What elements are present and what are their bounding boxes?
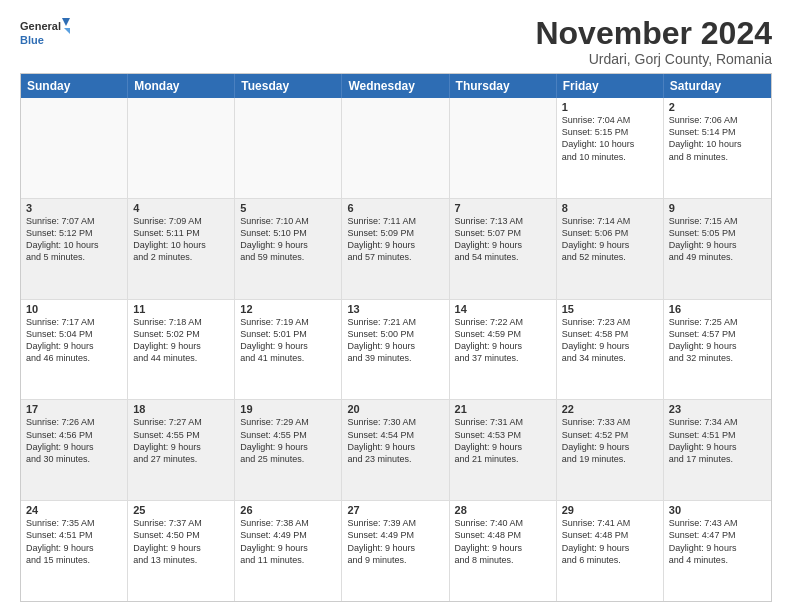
day-num-1-3: 6 [347, 202, 443, 214]
cell-text-1-6: Sunrise: 7:15 AM Sunset: 5:05 PM Dayligh… [669, 215, 766, 264]
day-num-4-4: 28 [455, 504, 551, 516]
svg-marker-3 [64, 28, 70, 34]
header-thursday: Thursday [450, 74, 557, 98]
cal-cell-4-1: 25Sunrise: 7:37 AM Sunset: 4:50 PM Dayli… [128, 501, 235, 601]
cell-text-1-2: Sunrise: 7:10 AM Sunset: 5:10 PM Dayligh… [240, 215, 336, 264]
cell-text-4-3: Sunrise: 7:39 AM Sunset: 4:49 PM Dayligh… [347, 517, 443, 566]
day-num-2-6: 16 [669, 303, 766, 315]
cell-text-3-2: Sunrise: 7:29 AM Sunset: 4:55 PM Dayligh… [240, 416, 336, 465]
day-num-4-6: 30 [669, 504, 766, 516]
day-num-4-3: 27 [347, 504, 443, 516]
day-num-4-0: 24 [26, 504, 122, 516]
cal-cell-0-3 [342, 98, 449, 198]
cal-cell-3-0: 17Sunrise: 7:26 AM Sunset: 4:56 PM Dayli… [21, 400, 128, 500]
logo-svg: General Blue [20, 16, 70, 54]
header-friday: Friday [557, 74, 664, 98]
day-num-1-5: 8 [562, 202, 658, 214]
cell-text-4-0: Sunrise: 7:35 AM Sunset: 4:51 PM Dayligh… [26, 517, 122, 566]
header-saturday: Saturday [664, 74, 771, 98]
cell-text-1-0: Sunrise: 7:07 AM Sunset: 5:12 PM Dayligh… [26, 215, 122, 264]
day-num-3-3: 20 [347, 403, 443, 415]
day-num-1-1: 4 [133, 202, 229, 214]
cal-cell-3-2: 19Sunrise: 7:29 AM Sunset: 4:55 PM Dayli… [235, 400, 342, 500]
cal-cell-4-0: 24Sunrise: 7:35 AM Sunset: 4:51 PM Dayli… [21, 501, 128, 601]
cell-text-3-4: Sunrise: 7:31 AM Sunset: 4:53 PM Dayligh… [455, 416, 551, 465]
cal-cell-2-0: 10Sunrise: 7:17 AM Sunset: 5:04 PM Dayli… [21, 300, 128, 400]
cal-cell-4-5: 29Sunrise: 7:41 AM Sunset: 4:48 PM Dayli… [557, 501, 664, 601]
cell-text-4-5: Sunrise: 7:41 AM Sunset: 4:48 PM Dayligh… [562, 517, 658, 566]
day-num-0-6: 2 [669, 101, 766, 113]
cal-cell-4-6: 30Sunrise: 7:43 AM Sunset: 4:47 PM Dayli… [664, 501, 771, 601]
cal-row-2: 10Sunrise: 7:17 AM Sunset: 5:04 PM Dayli… [21, 300, 771, 401]
day-num-3-4: 21 [455, 403, 551, 415]
page: General Blue November 2024 Urdari, Gorj … [0, 0, 792, 612]
cal-row-3: 17Sunrise: 7:26 AM Sunset: 4:56 PM Dayli… [21, 400, 771, 501]
cell-text-1-3: Sunrise: 7:11 AM Sunset: 5:09 PM Dayligh… [347, 215, 443, 264]
cell-text-1-5: Sunrise: 7:14 AM Sunset: 5:06 PM Dayligh… [562, 215, 658, 264]
cal-cell-0-6: 2Sunrise: 7:06 AM Sunset: 5:14 PM Daylig… [664, 98, 771, 198]
cell-text-3-1: Sunrise: 7:27 AM Sunset: 4:55 PM Dayligh… [133, 416, 229, 465]
svg-text:General: General [20, 20, 61, 32]
cell-text-4-6: Sunrise: 7:43 AM Sunset: 4:47 PM Dayligh… [669, 517, 766, 566]
day-num-3-2: 19 [240, 403, 336, 415]
day-num-3-1: 18 [133, 403, 229, 415]
cal-row-0: 1Sunrise: 7:04 AM Sunset: 5:15 PM Daylig… [21, 98, 771, 199]
cal-cell-1-3: 6Sunrise: 7:11 AM Sunset: 5:09 PM Daylig… [342, 199, 449, 299]
cell-text-1-4: Sunrise: 7:13 AM Sunset: 5:07 PM Dayligh… [455, 215, 551, 264]
cal-cell-2-5: 15Sunrise: 7:23 AM Sunset: 4:58 PM Dayli… [557, 300, 664, 400]
cal-cell-3-1: 18Sunrise: 7:27 AM Sunset: 4:55 PM Dayli… [128, 400, 235, 500]
cell-text-3-3: Sunrise: 7:30 AM Sunset: 4:54 PM Dayligh… [347, 416, 443, 465]
cal-cell-0-1 [128, 98, 235, 198]
cal-cell-3-3: 20Sunrise: 7:30 AM Sunset: 4:54 PM Dayli… [342, 400, 449, 500]
svg-text:Blue: Blue [20, 34, 44, 46]
header-wednesday: Wednesday [342, 74, 449, 98]
cell-text-2-6: Sunrise: 7:25 AM Sunset: 4:57 PM Dayligh… [669, 316, 766, 365]
day-num-2-3: 13 [347, 303, 443, 315]
day-num-1-4: 7 [455, 202, 551, 214]
cal-cell-3-5: 22Sunrise: 7:33 AM Sunset: 4:52 PM Dayli… [557, 400, 664, 500]
calendar-header: Sunday Monday Tuesday Wednesday Thursday… [21, 74, 771, 98]
cal-row-1: 3Sunrise: 7:07 AM Sunset: 5:12 PM Daylig… [21, 199, 771, 300]
day-num-2-1: 11 [133, 303, 229, 315]
cell-text-2-0: Sunrise: 7:17 AM Sunset: 5:04 PM Dayligh… [26, 316, 122, 365]
day-num-1-6: 9 [669, 202, 766, 214]
calendar-body: 1Sunrise: 7:04 AM Sunset: 5:15 PM Daylig… [21, 98, 771, 601]
day-num-3-0: 17 [26, 403, 122, 415]
cell-text-0-5: Sunrise: 7:04 AM Sunset: 5:15 PM Dayligh… [562, 114, 658, 163]
cal-cell-1-4: 7Sunrise: 7:13 AM Sunset: 5:07 PM Daylig… [450, 199, 557, 299]
day-num-4-5: 29 [562, 504, 658, 516]
cal-cell-4-3: 27Sunrise: 7:39 AM Sunset: 4:49 PM Dayli… [342, 501, 449, 601]
day-num-2-0: 10 [26, 303, 122, 315]
cell-text-4-1: Sunrise: 7:37 AM Sunset: 4:50 PM Dayligh… [133, 517, 229, 566]
cal-cell-2-1: 11Sunrise: 7:18 AM Sunset: 5:02 PM Dayli… [128, 300, 235, 400]
logo: General Blue [20, 16, 70, 54]
cal-cell-0-2 [235, 98, 342, 198]
header-tuesday: Tuesday [235, 74, 342, 98]
title-block: November 2024 Urdari, Gorj County, Roman… [535, 16, 772, 67]
cell-text-2-1: Sunrise: 7:18 AM Sunset: 5:02 PM Dayligh… [133, 316, 229, 365]
cal-cell-2-6: 16Sunrise: 7:25 AM Sunset: 4:57 PM Dayli… [664, 300, 771, 400]
calendar: Sunday Monday Tuesday Wednesday Thursday… [20, 73, 772, 602]
cal-cell-1-5: 8Sunrise: 7:14 AM Sunset: 5:06 PM Daylig… [557, 199, 664, 299]
day-num-3-5: 22 [562, 403, 658, 415]
cal-cell-0-5: 1Sunrise: 7:04 AM Sunset: 5:15 PM Daylig… [557, 98, 664, 198]
cell-text-2-4: Sunrise: 7:22 AM Sunset: 4:59 PM Dayligh… [455, 316, 551, 365]
cell-text-3-5: Sunrise: 7:33 AM Sunset: 4:52 PM Dayligh… [562, 416, 658, 465]
cal-cell-1-2: 5Sunrise: 7:10 AM Sunset: 5:10 PM Daylig… [235, 199, 342, 299]
cal-cell-1-6: 9Sunrise: 7:15 AM Sunset: 5:05 PM Daylig… [664, 199, 771, 299]
svg-marker-2 [62, 18, 70, 26]
cal-cell-2-2: 12Sunrise: 7:19 AM Sunset: 5:01 PM Dayli… [235, 300, 342, 400]
cal-cell-2-3: 13Sunrise: 7:21 AM Sunset: 5:00 PM Dayli… [342, 300, 449, 400]
cal-cell-3-4: 21Sunrise: 7:31 AM Sunset: 4:53 PM Dayli… [450, 400, 557, 500]
cal-cell-3-6: 23Sunrise: 7:34 AM Sunset: 4:51 PM Dayli… [664, 400, 771, 500]
cell-text-3-0: Sunrise: 7:26 AM Sunset: 4:56 PM Dayligh… [26, 416, 122, 465]
day-num-4-2: 26 [240, 504, 336, 516]
day-num-2-2: 12 [240, 303, 336, 315]
cal-cell-0-4 [450, 98, 557, 198]
header: General Blue November 2024 Urdari, Gorj … [20, 16, 772, 67]
cal-cell-1-1: 4Sunrise: 7:09 AM Sunset: 5:11 PM Daylig… [128, 199, 235, 299]
cal-row-4: 24Sunrise: 7:35 AM Sunset: 4:51 PM Dayli… [21, 501, 771, 601]
day-num-1-2: 5 [240, 202, 336, 214]
day-num-2-4: 14 [455, 303, 551, 315]
cell-text-4-4: Sunrise: 7:40 AM Sunset: 4:48 PM Dayligh… [455, 517, 551, 566]
